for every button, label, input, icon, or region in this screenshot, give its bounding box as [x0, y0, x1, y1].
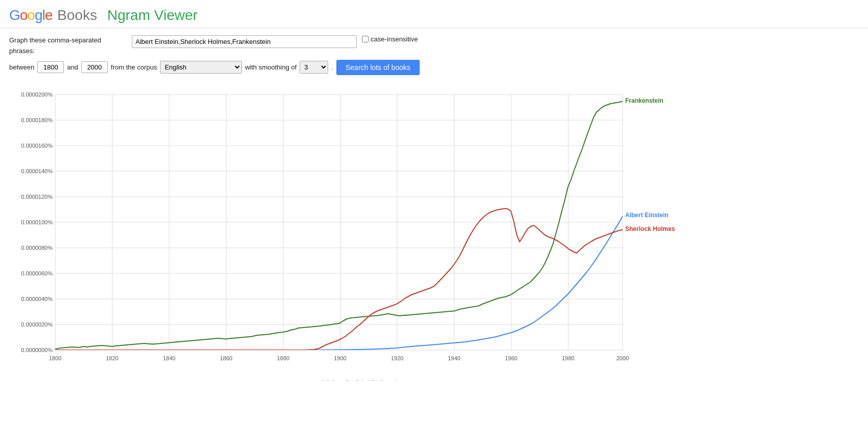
period: .	[331, 63, 333, 71]
between-label: between	[9, 63, 34, 71]
chart-footer: (click on line/label for focus)	[9, 379, 710, 381]
x-label-1800: 1800	[49, 355, 61, 361]
x-label-1880: 1880	[277, 355, 289, 361]
frankenstein-label[interactable]: Frankenstein	[625, 97, 664, 104]
phrase-label: Graph these comma-separated phrases:	[9, 35, 127, 57]
y-label-8: 0.0000040%	[21, 296, 53, 302]
y-label-7: 0.0000060%	[21, 270, 53, 276]
y-label-6: 0.0000080%	[21, 245, 53, 251]
books-logo-text: Books	[53, 7, 97, 24]
year-end-input[interactable]	[81, 61, 108, 73]
x-label-1980: 1980	[562, 355, 574, 361]
x-label-1840: 1840	[163, 355, 175, 361]
y-label-0: 0.0000200%	[21, 91, 53, 98]
y-label-1: 0.0000180%	[21, 117, 53, 123]
y-label-10: 0.0000000%	[21, 347, 53, 353]
y-label-4: 0.0000120%	[21, 194, 53, 200]
chart-container: 0.0000200% 0.0000180% 0.0000160% 0.00001…	[9, 84, 710, 376]
smoothing-select[interactable]: 012345	[300, 61, 328, 74]
x-label-1960: 1960	[505, 355, 517, 361]
y-label-3: 0.0000140%	[21, 168, 53, 174]
x-label-1860: 1860	[220, 355, 232, 361]
google-logo: Google	[9, 7, 52, 24]
search-button[interactable]: Search lots of books	[336, 60, 420, 75]
smoothing-label: with smoothing of	[245, 63, 296, 71]
frankenstein-line[interactable]	[55, 101, 623, 349]
case-insensitive-checkbox[interactable]	[362, 36, 369, 42]
case-insensitive-label: case-insensitive	[362, 35, 418, 43]
and-label: and	[67, 63, 78, 71]
x-label-1900: 1900	[334, 355, 346, 361]
albert-einstein-line[interactable]	[55, 216, 623, 350]
albert-einstein-label[interactable]: Albert Einstein	[625, 212, 669, 219]
y-label-2: 0.0000160%	[21, 143, 53, 149]
y-label-5: 0.0000100%	[21, 219, 53, 225]
y-label-9: 0.0000020%	[21, 321, 53, 328]
from-corpus-label: from the corpus	[111, 63, 157, 71]
x-label-2000: 2000	[616, 355, 629, 361]
x-label-1940: 1940	[448, 355, 460, 361]
ngram-chart[interactable]: 0.0000200% 0.0000180% 0.0000160% 0.00001…	[9, 84, 710, 376]
phrase-input[interactable]	[132, 35, 357, 48]
sherlock-holmes-line[interactable]	[55, 208, 623, 350]
corpus-select[interactable]: English English Fiction English One Mill…	[160, 61, 242, 74]
sherlock-holmes-label[interactable]: Sherlock Holmes	[625, 225, 675, 233]
ngram-viewer-title: Ngram Viewer	[103, 7, 198, 24]
x-label-1920: 1920	[391, 355, 403, 361]
year-start-input[interactable]	[37, 61, 64, 73]
x-label-1820: 1820	[106, 355, 118, 361]
